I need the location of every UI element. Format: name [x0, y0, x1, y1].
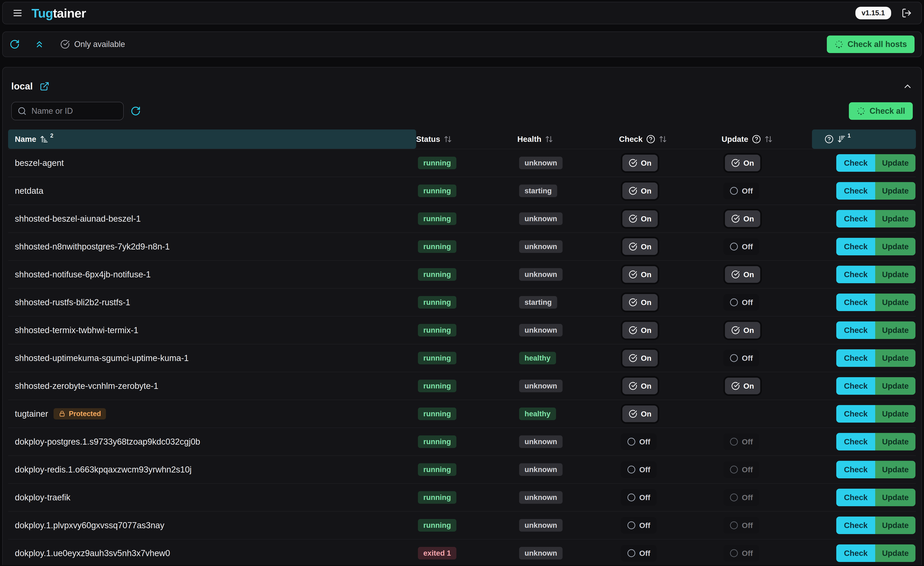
check-toggle[interactable]: Off — [621, 461, 657, 478]
check-circle-icon — [628, 298, 637, 307]
refresh-containers-button[interactable] — [130, 106, 141, 116]
check-button[interactable]: Check — [836, 489, 875, 506]
sort-updown-icon — [444, 135, 452, 143]
check-toggle[interactable]: On — [622, 294, 658, 311]
update-toggle[interactable]: On — [725, 210, 760, 227]
check-toggle[interactable]: On — [622, 350, 658, 366]
check-toggle[interactable]: Off — [621, 517, 657, 534]
toggle-label: On — [641, 298, 651, 307]
hamburger-menu-button[interactable] — [12, 7, 23, 18]
container-name-text: dokploy.1.ue0eyxz9auh3sv5nh3x7vhew0 — [15, 548, 170, 558]
refresh-all-button[interactable] — [9, 39, 20, 49]
open-host-link[interactable] — [40, 81, 50, 91]
column-header-status[interactable]: Status — [416, 129, 518, 149]
update-toggle[interactable]: On — [725, 155, 760, 171]
check-button[interactable]: Check — [836, 322, 875, 339]
check-toggle[interactable]: On — [622, 183, 658, 199]
search-input[interactable] — [31, 106, 117, 116]
update-button[interactable]: Update — [875, 349, 915, 367]
update-button[interactable]: Update — [875, 238, 915, 255]
health-badge: unknown — [519, 463, 562, 476]
container-name-text: shhosted-zerobyte-vcnhlm-zerobyte-1 — [15, 381, 158, 391]
update-button[interactable]: Update — [875, 405, 915, 422]
status-cell: running — [416, 268, 518, 281]
column-header-health[interactable]: Health — [518, 129, 619, 149]
update-cell: Off — [722, 489, 812, 506]
check-button[interactable]: Check — [836, 210, 875, 228]
status-badge: running — [418, 436, 456, 448]
only-available-toggle[interactable]: Only available — [59, 39, 126, 49]
update-toggle[interactable]: On — [725, 266, 760, 283]
update-button[interactable]: Update — [875, 544, 915, 562]
update-toggle[interactable]: On — [725, 322, 760, 338]
update-button[interactable]: Update — [875, 322, 915, 339]
check-button[interactable]: Check — [836, 377, 875, 395]
check-button[interactable]: Check — [836, 544, 875, 562]
sort-priority-badge: 2 — [50, 132, 53, 139]
health-badge: unknown — [519, 380, 562, 392]
check-button[interactable]: Check — [836, 154, 875, 172]
check-circle-icon — [628, 410, 637, 418]
column-header-name[interactable]: Name 2 — [8, 129, 416, 149]
container-name-cell: shhosted-zerobyte-vcnhlm-zerobyte-1 — [8, 381, 416, 391]
actions-cell: Check Update — [812, 154, 916, 172]
container-name-cell: shhosted-notifuse-6px4jb-notifuse-1 — [8, 270, 416, 279]
container-name-cell: shhosted-rustfs-bli2b2-rustfs-1 — [8, 298, 416, 307]
check-button[interactable]: Check — [836, 293, 875, 311]
container-name-text: shhosted-rustfs-bli2b2-rustfs-1 — [15, 298, 130, 307]
update-toggle[interactable]: Off — [723, 294, 759, 311]
check-toggle[interactable]: Off — [621, 545, 657, 562]
update-button[interactable]: Update — [875, 517, 915, 534]
update-button[interactable]: Update — [875, 433, 915, 451]
check-toggle[interactable]: On — [622, 322, 658, 338]
update-button[interactable]: Update — [875, 461, 915, 478]
check-toggle[interactable]: On — [622, 266, 658, 283]
update-button[interactable]: Update — [875, 293, 915, 311]
check-cell: Off — [619, 433, 722, 450]
check-button[interactable]: Check — [836, 266, 875, 283]
toggle-label: On — [641, 410, 651, 418]
update-toggle[interactable]: Off — [723, 183, 759, 199]
check-toggle[interactable]: On — [622, 210, 658, 227]
column-header-actions[interactable]: 1 — [812, 129, 916, 149]
toggle-label: On — [743, 159, 754, 168]
update-toggle: Off — [723, 545, 759, 562]
check-toggle[interactable]: Off — [621, 489, 657, 506]
update-button[interactable]: Update — [875, 210, 915, 228]
update-toggle[interactable]: Off — [723, 350, 759, 366]
check-button[interactable]: Check — [836, 405, 875, 422]
update-toggle[interactable]: Off — [723, 238, 759, 255]
check-button[interactable]: Check — [836, 461, 875, 478]
check-toggle[interactable]: On — [622, 155, 658, 171]
chevron-up-icon — [902, 81, 913, 91]
check-button[interactable]: Check — [836, 182, 875, 200]
update-button[interactable]: Update — [875, 154, 915, 172]
health-cell: unknown — [518, 324, 619, 337]
check-all-hosts-button[interactable]: Check all hosts — [827, 36, 915, 53]
table-header-row: Name 2 Status Health Check Update — [8, 129, 916, 149]
check-button[interactable]: Check — [836, 349, 875, 367]
column-header-update[interactable]: Update — [722, 129, 812, 149]
update-button[interactable]: Update — [875, 182, 915, 200]
update-toggle[interactable]: On — [725, 377, 760, 394]
check-button[interactable]: Check — [836, 517, 875, 534]
check-all-button[interactable]: Check all — [849, 102, 913, 120]
check-button[interactable]: Check — [836, 433, 875, 451]
check-toggle[interactable]: Off — [621, 433, 657, 450]
logout-button[interactable] — [902, 8, 912, 18]
check-toggle[interactable]: On — [622, 238, 658, 255]
update-button[interactable]: Update — [875, 377, 915, 395]
collapse-all-button[interactable] — [34, 39, 45, 49]
check-toggle[interactable]: On — [622, 406, 658, 422]
collapse-host-button[interactable] — [902, 81, 913, 91]
check-circle-icon — [628, 354, 637, 362]
container-name-cell: dokploy-redis.1.o663kpqaxzwcm93yrwhn2s10… — [8, 465, 416, 475]
update-button[interactable]: Update — [875, 266, 915, 283]
health-cell: unknown — [518, 157, 619, 169]
column-header-check[interactable]: Check — [619, 129, 722, 149]
update-button[interactable]: Update — [875, 489, 915, 506]
table-row: shhosted-termix-twbhwi-termix-1 running … — [8, 316, 916, 344]
refresh-icon — [9, 39, 20, 49]
check-toggle[interactable]: On — [622, 377, 658, 394]
check-button[interactable]: Check — [836, 238, 875, 255]
